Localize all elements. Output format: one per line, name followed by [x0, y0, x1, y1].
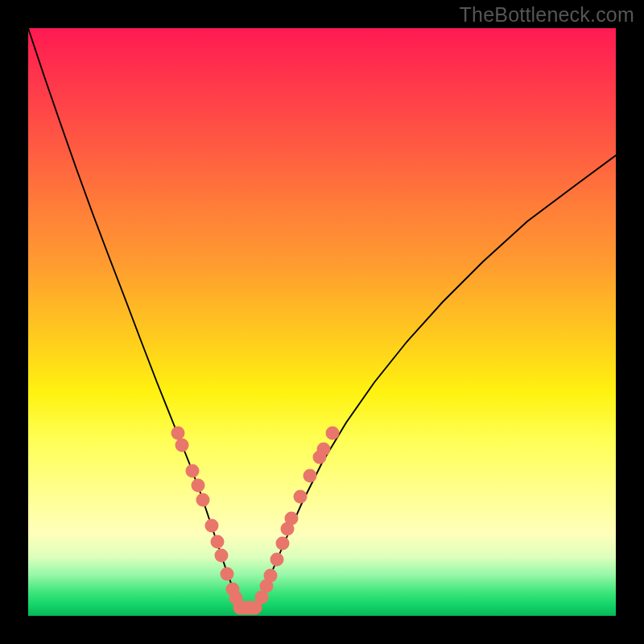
marker-right-2	[264, 569, 278, 583]
marker-right-10	[317, 443, 331, 456]
marker-right-11	[326, 427, 340, 440]
marker-left-2	[186, 464, 200, 478]
attribution-watermark: TheBottleneck.com	[460, 3, 634, 27]
marker-left-5	[205, 519, 219, 533]
marker-right-6	[285, 512, 299, 526]
marker-right-7	[294, 490, 308, 504]
marker-left-7	[215, 549, 229, 563]
marker-right-4	[276, 537, 290, 551]
chart-svg	[28, 28, 616, 616]
chart-frame: TheBottleneck.com	[0, 0, 644, 644]
marker-left-6	[211, 535, 225, 549]
marker-left-4	[196, 493, 210, 507]
curve-right-branch	[255, 155, 616, 608]
marker-left-3	[192, 479, 205, 493]
marker-left-10	[229, 592, 243, 605]
marker-left-0	[171, 427, 185, 440]
marker-right-3	[270, 553, 284, 567]
marker-left-1	[175, 439, 189, 452]
marker-right-8	[303, 469, 317, 483]
plot-area	[28, 28, 616, 616]
marker-left-8	[221, 568, 234, 581]
